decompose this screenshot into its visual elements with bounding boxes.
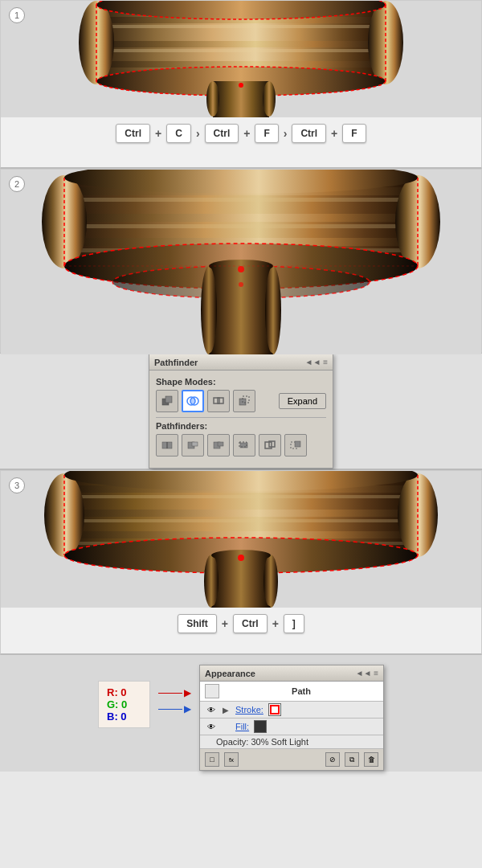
svg-rect-61 (295, 441, 300, 447)
fill-row: 👁 ▶ Fill: (200, 719, 383, 735)
minus-front-btn[interactable] (233, 390, 255, 412)
stroke-eye-icon[interactable]: 👁 (205, 703, 218, 716)
crop-btn[interactable] (233, 434, 255, 457)
svg-rect-20 (64, 198, 418, 202)
svg-point-77 (204, 555, 219, 608)
svg-point-35 (201, 266, 217, 354)
svg-point-15 (263, 81, 276, 117)
appearance-panel: Appearance ◄◄ ≡ Path 👁 ▶ Stroke: 👁 ▶ Fil… (199, 665, 384, 771)
ctrl-key-2[interactable]: Ctrl (205, 124, 239, 143)
expand-button[interactable]: Expand (279, 393, 326, 409)
pathfinder-section: Pathfinder ◄◄ ≡ Shape Modes: (0, 354, 482, 470)
stroke-row: 👁 ▶ Stroke: (200, 702, 383, 719)
cylinder-art-3 (1, 471, 481, 608)
rgb-b-label: B: 0 (107, 710, 127, 723)
pathfinders-label: Pathfinders: (156, 421, 326, 431)
arrow-1: › (196, 127, 200, 140)
exclude-btn[interactable] (207, 390, 230, 412)
bracket-key[interactable]: ] (284, 614, 304, 633)
svg-point-16 (239, 83, 243, 88)
fill-eye-icon[interactable]: 👁 (205, 720, 218, 733)
shift-key[interactable]: Shift (178, 614, 217, 633)
svg-rect-46 (214, 398, 219, 403)
fill-color-swatch[interactable] (254, 720, 267, 733)
pathfinder-titlebar: Pathfinder ◄◄ ≡ (149, 354, 333, 371)
f-key-1[interactable]: F (255, 124, 278, 143)
rgb-r-label: R: 0 (107, 686, 127, 698)
intersect-btn[interactable] (182, 390, 204, 412)
rgb-display: R: 0 G: 0 B: 0 (98, 681, 150, 728)
svg-point-14 (206, 81, 219, 117)
arrow-2: › (284, 127, 288, 140)
opacity-label: Opacity: 30% Soft Light (216, 737, 308, 747)
ctrl-key-3[interactable]: Ctrl (292, 124, 326, 143)
svg-point-36 (265, 266, 281, 354)
ctrl-key-1[interactable]: Ctrl (116, 124, 150, 143)
section-3: 3 (0, 470, 482, 655)
svg-rect-65 (64, 510, 418, 517)
f-key-2[interactable]: F (342, 124, 366, 143)
section-2: 2 (0, 169, 482, 354)
pathfinder-panel: Pathfinder ◄◄ ≡ Shape Modes: (149, 354, 333, 469)
appearance-footer: □ fx ⊘ ⧉ 🗑 (200, 749, 383, 770)
plus-1: + (155, 127, 161, 140)
divide-btn[interactable] (156, 434, 178, 457)
outline-btn[interactable] (259, 434, 281, 457)
pathfinder-controls[interactable]: ◄◄ ≡ (305, 358, 328, 366)
svg-rect-58 (265, 442, 272, 448)
appearance-controls[interactable]: ◄◄ ≡ (356, 669, 378, 678)
opacity-row: 👁 Opacity: 30% Soft Light (200, 735, 383, 749)
footer-icon-5[interactable]: 🗑 (364, 752, 378, 767)
stroke-expand[interactable]: ▶ (223, 706, 229, 714)
footer-icon-1[interactable]: □ (205, 752, 219, 767)
cylinder-art-2 (1, 170, 481, 354)
shortcut-bar-1: Ctrl + C › Ctrl + F › Ctrl + F (1, 117, 481, 149)
svg-point-41 (239, 282, 243, 287)
c-key[interactable]: C (166, 124, 191, 143)
svg-rect-21 (64, 214, 418, 222)
footer-icon-3[interactable]: ⊘ (325, 752, 340, 767)
path-row: Path (200, 682, 383, 702)
step-number-2: 2 (9, 176, 25, 192)
shape-modes-row: Expand (156, 390, 326, 412)
merge-btn[interactable] (207, 434, 230, 457)
stroke-label[interactable]: Stroke: (235, 705, 263, 714)
plus-4: + (222, 617, 228, 630)
shortcut-bar-3: Shift + Ctrl + ] (1, 608, 481, 640)
plus-2: + (243, 127, 250, 140)
rgb-g-label: G: 0 (107, 698, 127, 710)
cylinder-art-1 (1, 1, 481, 117)
svg-point-78 (263, 555, 278, 608)
rgb-arrow-connectors: ▶ ▶ (158, 687, 191, 720)
svg-rect-66 (64, 519, 418, 522)
svg-rect-47 (218, 398, 223, 403)
footer-icon-4[interactable]: ⧉ (345, 752, 359, 767)
ctrl-key-4[interactable]: Ctrl (233, 614, 268, 633)
divider (156, 417, 326, 418)
trim-btn[interactable] (182, 434, 204, 457)
path-label: Path (224, 686, 378, 696)
pathfinder-body: Shape Modes: (149, 371, 333, 468)
section-1: 1 (0, 0, 482, 169)
stroke-color-swatch[interactable] (268, 703, 281, 716)
minus-back-btn[interactable] (284, 434, 307, 457)
appearance-title: Appearance (205, 669, 255, 678)
plus-3: + (331, 127, 337, 140)
fill-label[interactable]: Fill: (235, 722, 249, 731)
footer-icon-2[interactable]: fx (224, 752, 239, 767)
shape-modes-label: Shape Modes: (156, 377, 326, 387)
svg-rect-55 (218, 442, 223, 446)
svg-rect-4 (96, 49, 386, 52)
appearance-titlebar: Appearance ◄◄ ≡ (200, 665, 383, 682)
svg-rect-64 (64, 495, 418, 498)
pathfinders-row (156, 434, 326, 457)
unite-btn[interactable] (156, 390, 178, 412)
pathfinder-title: Pathfinder (154, 358, 198, 367)
path-thumbnail (205, 684, 219, 698)
svg-rect-43 (165, 396, 172, 403)
plus-5: + (272, 617, 279, 630)
svg-rect-34 (209, 266, 273, 354)
step-number-3: 3 (9, 477, 25, 493)
svg-rect-53 (192, 442, 198, 446)
appearance-section: R: 0 G: 0 B: 0 ▶ ▶ Appearance ◄◄ ≡ Path (0, 655, 482, 772)
